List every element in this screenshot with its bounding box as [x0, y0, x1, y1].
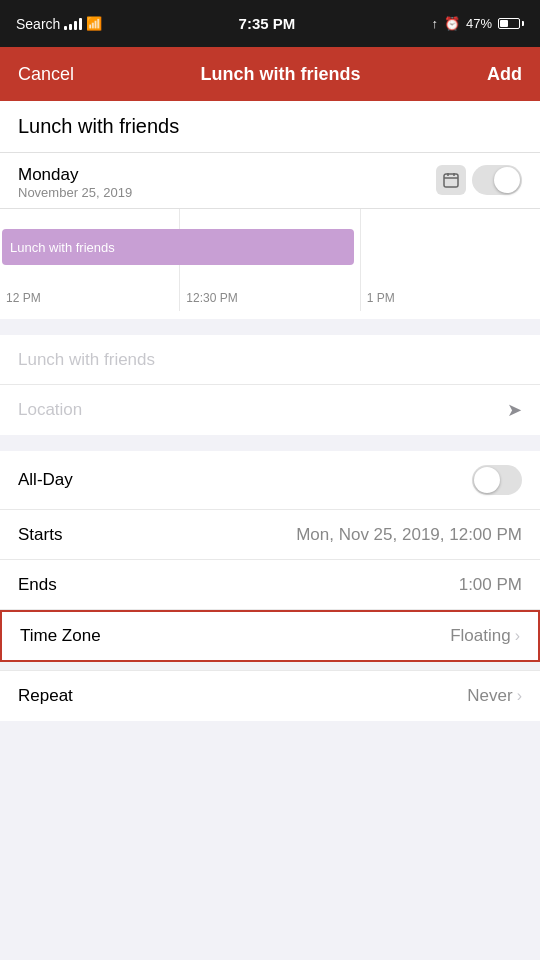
signal-bars [64, 18, 82, 30]
location-row[interactable]: Location ➤ [0, 385, 540, 435]
timeline-col-3: 1 PM [361, 209, 540, 311]
allday-toggle[interactable] [472, 465, 522, 495]
bar1 [64, 26, 67, 30]
svg-rect-0 [444, 174, 458, 187]
calendar-header: Monday November 25, 2019 [0, 153, 540, 209]
timezone-row[interactable]: Time Zone Floating › [0, 610, 540, 662]
day-name: Monday [18, 165, 132, 185]
repeat-label: Repeat [18, 686, 118, 706]
location-arrow-icon: ➤ [507, 399, 522, 421]
bar4 [79, 18, 82, 30]
location-icon: ↑ [431, 16, 438, 31]
timeline: 12 PM 12:30 PM 1 PM Lunch with friends [0, 209, 540, 319]
timezone-label: Time Zone [20, 626, 120, 646]
event-details-section: Lunch with friends Location ➤ [0, 335, 540, 435]
ends-label: Ends [18, 575, 118, 595]
event-block: Lunch with friends [2, 229, 354, 265]
day-info: Monday November 25, 2019 [18, 165, 132, 200]
title-row[interactable]: Lunch with friends [0, 335, 540, 385]
repeat-row[interactable]: Repeat Never › [0, 671, 540, 721]
cancel-button[interactable]: Cancel [18, 64, 74, 85]
gap-1 [0, 327, 540, 335]
calendar-icon [436, 165, 466, 195]
calendar-preview: Monday November 25, 2019 [0, 153, 540, 319]
carrier-text: Search [16, 16, 60, 32]
gap-2 [0, 443, 540, 451]
timezone-chevron: › [515, 627, 520, 645]
ends-value: 1:00 PM [118, 575, 522, 595]
wifi-icon: 📶 [86, 16, 102, 31]
cal-date: November 25, 2019 [18, 185, 132, 200]
battery-indicator [498, 18, 524, 29]
status-bar: Search 📶 7:35 PM ↑ ⏰ 47% [0, 0, 540, 47]
cal-toggle-area [436, 165, 522, 195]
add-button[interactable]: Add [487, 64, 522, 85]
event-title-section: Lunch with friends Monday November 25, 2… [0, 101, 540, 319]
repeat-chevron: › [517, 687, 522, 705]
event-block-label: Lunch with friends [10, 240, 115, 255]
starts-value: Mon, Nov 25, 2019, 12:00 PM [118, 525, 522, 545]
status-left: Search 📶 [16, 16, 102, 32]
event-title-display: Lunch with friends [0, 101, 540, 153]
timezone-value: Floating › [120, 626, 520, 646]
nav-title: Lunch with friends [201, 64, 361, 85]
allday-label: All-Day [18, 470, 118, 490]
repeat-section: Repeat Never › [0, 670, 540, 721]
ends-row[interactable]: Ends 1:00 PM [0, 560, 540, 610]
battery-percent: 47% [466, 16, 492, 31]
title-field[interactable]: Lunch with friends [18, 350, 522, 370]
nav-bar: Cancel Lunch with friends Add [0, 47, 540, 101]
allday-row[interactable]: All-Day [0, 451, 540, 510]
time-12pm: 12 PM [6, 291, 41, 305]
calendar-toggle[interactable] [472, 165, 522, 195]
location-field[interactable]: Location [18, 400, 507, 420]
bar2 [69, 24, 72, 30]
repeat-value: Never › [118, 686, 522, 706]
status-time: 7:35 PM [239, 15, 296, 32]
bar3 [74, 21, 77, 30]
time-1230pm: 12:30 PM [186, 291, 237, 305]
starts-row[interactable]: Starts Mon, Nov 25, 2019, 12:00 PM [0, 510, 540, 560]
alarm-icon: ⏰ [444, 16, 460, 31]
datetime-section: All-Day Starts Mon, Nov 25, 2019, 12:00 … [0, 451, 540, 662]
time-1pm: 1 PM [367, 291, 395, 305]
starts-label: Starts [18, 525, 118, 545]
status-right: ↑ ⏰ 47% [431, 16, 524, 31]
